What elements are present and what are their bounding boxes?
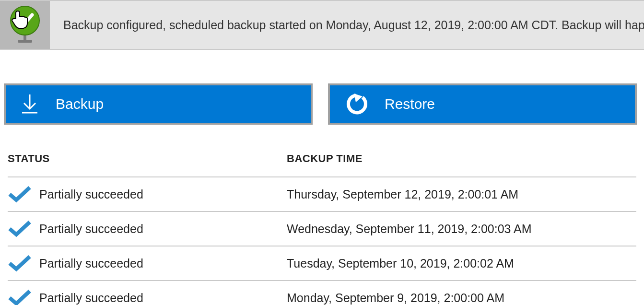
checkmark-icon: [8, 219, 32, 238]
status-text: Partially succeeded: [39, 257, 143, 270]
table-row[interactable]: Partially succeededThursday, September 1…: [8, 177, 636, 212]
backup-time-text: Thursday, September 12, 2019, 2:00:01 AM: [287, 188, 636, 201]
checkmark-icon: [8, 185, 32, 204]
header-status: STATUS: [8, 152, 287, 165]
status-cell: Partially succeeded: [8, 288, 287, 305]
backup-button-label: Backup: [56, 96, 104, 112]
header-backup-time: BACKUP TIME: [287, 152, 636, 165]
checkmark-icon: [8, 254, 32, 273]
restore-button-label: Restore: [385, 96, 435, 112]
status-text: Partially succeeded: [39, 291, 143, 305]
download-icon: [20, 94, 39, 115]
backup-time-text: Wednesday, September 11, 2019, 2:00:03 A…: [287, 222, 636, 236]
table-row[interactable]: Partially succeededTuesday, September 10…: [8, 246, 636, 281]
restore-icon: [344, 94, 368, 115]
status-banner: Backup configured, scheduled backup star…: [0, 0, 644, 50]
backup-time-text: Tuesday, September 10, 2019, 2:00:02 AM: [287, 257, 636, 270]
status-text: Partially succeeded: [39, 222, 143, 236]
banner-icon-wrap: [0, 1, 50, 49]
globe-check-icon: [6, 4, 44, 46]
status-cell: Partially succeeded: [8, 185, 287, 204]
checkmark-icon: [8, 288, 32, 305]
table-row[interactable]: Partially succeededWednesday, September …: [8, 212, 636, 246]
status-cell: Partially succeeded: [8, 219, 287, 238]
backup-time-text: Monday, September 9, 2019, 2:00:00 AM: [287, 291, 636, 305]
table-header: STATUS BACKUP TIME: [8, 152, 636, 177]
backup-history-table: STATUS BACKUP TIME Partially succeededTh…: [0, 125, 644, 305]
status-text: Partially succeeded: [39, 188, 143, 201]
banner-message: Backup configured, scheduled backup star…: [50, 18, 644, 32]
table-row[interactable]: Partially succeededMonday, September 9, …: [8, 281, 636, 305]
action-bar: Backup Restore: [0, 50, 644, 125]
restore-button[interactable]: Restore: [328, 83, 637, 125]
backup-button[interactable]: Backup: [4, 83, 313, 125]
status-cell: Partially succeeded: [8, 254, 287, 273]
